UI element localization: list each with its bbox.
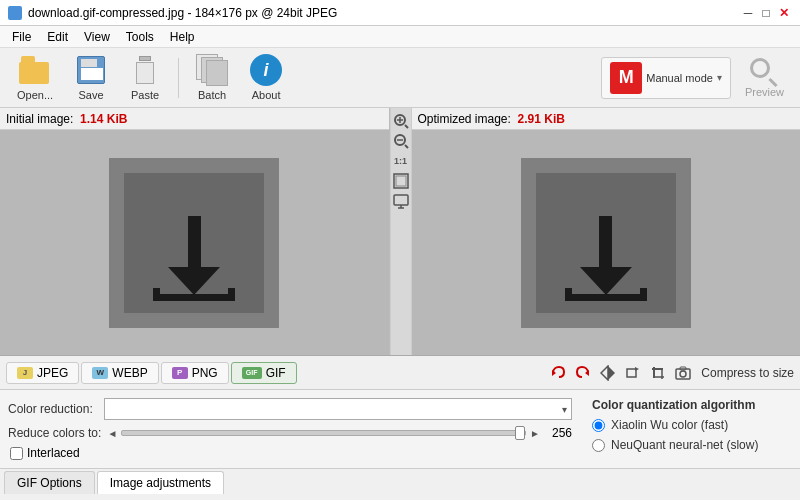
manual-m-icon: M	[610, 62, 642, 94]
zoom-in-button[interactable]	[392, 112, 410, 130]
xiaolin-wu-radio[interactable]	[592, 419, 605, 432]
arrow-shaft-2	[599, 216, 612, 268]
arrow-head-2	[580, 267, 632, 295]
svg-line-1	[405, 125, 408, 128]
xiaolin-wu-label[interactable]: Xiaolin Wu color (fast)	[611, 418, 728, 432]
svg-rect-8	[396, 176, 406, 186]
save-button[interactable]: Save	[66, 49, 116, 106]
quantization-section-title: Color quantization algorithm	[592, 398, 792, 412]
tab-jpeg[interactable]: J JPEG	[6, 362, 79, 384]
menu-tools[interactable]: Tools	[118, 28, 162, 46]
paste-label: Paste	[131, 89, 159, 101]
manual-mode-button[interactable]: M Manual mode ▾	[601, 57, 731, 99]
zoom-out-button[interactable]	[392, 132, 410, 150]
camera-button[interactable]	[672, 362, 694, 384]
zoom-toolbar: 1:1	[390, 108, 412, 355]
tab-png[interactable]: P PNG	[161, 362, 229, 384]
left-image	[109, 158, 279, 328]
svg-marker-17	[635, 367, 639, 371]
close-button[interactable]: ✕	[776, 5, 792, 21]
right-image-area	[412, 130, 801, 355]
tab-gif-options[interactable]: GIF Options	[4, 471, 95, 494]
svg-marker-15	[601, 366, 608, 380]
optimized-image-label: Optimized image:	[418, 112, 518, 126]
about-label: About	[252, 89, 281, 101]
initial-image-label: Initial image:	[6, 112, 80, 126]
save-icon	[75, 54, 107, 86]
reduce-colors-label: Reduce colors to:	[8, 426, 101, 440]
menu-file[interactable]: File	[4, 28, 39, 46]
arrow-head	[168, 267, 220, 295]
preview-button[interactable]: Preview	[737, 54, 792, 102]
zoom-actual-button[interactable]: 1:1	[392, 152, 410, 170]
rotate-button[interactable]	[622, 362, 644, 384]
tab-gif-label: GIF	[266, 366, 286, 380]
menu-edit[interactable]: Edit	[39, 28, 76, 46]
gif-icon: GIF	[242, 367, 262, 379]
tab-png-label: PNG	[192, 366, 218, 380]
image-panels: Initial image: 1.14 KiB	[0, 108, 800, 356]
color-reduction-dropdown[interactable]: ▾	[104, 398, 572, 420]
svg-marker-14	[608, 366, 615, 380]
open-label: Open...	[17, 89, 53, 101]
neuquant-label[interactable]: NeuQuant neural-net (slow)	[611, 438, 758, 452]
batch-label: Batch	[198, 89, 226, 101]
arrow-shaft	[188, 216, 201, 268]
slider-thumb[interactable]	[515, 426, 525, 440]
neuquant-radio[interactable]	[592, 439, 605, 452]
reduce-colors-row: Reduce colors to: ◄ ► 256	[8, 426, 572, 440]
right-image	[521, 158, 691, 328]
xiaolin-wu-row: Xiaolin Wu color (fast)	[592, 418, 792, 432]
bottom-tabs: GIF Options Image adjustments	[0, 468, 800, 496]
undo-button[interactable]	[547, 362, 569, 384]
preview-icon	[750, 58, 778, 86]
menu-bar: File Edit View Tools Help	[0, 26, 800, 48]
crop-button[interactable]	[647, 362, 669, 384]
menu-help[interactable]: Help	[162, 28, 203, 46]
maximize-button[interactable]: □	[758, 5, 774, 21]
interlaced-label[interactable]: Interlaced	[27, 446, 80, 460]
tab-image-adjustments[interactable]: Image adjustments	[97, 471, 224, 494]
title-bar: download.gif-compressed.jpg - 184×176 px…	[0, 0, 800, 26]
tab-webp-label: WEBP	[112, 366, 147, 380]
slider-left-arrow[interactable]: ◄	[107, 428, 117, 439]
color-reduction-label: Color reduction:	[8, 402, 98, 416]
toolbar-separator	[178, 58, 179, 98]
open-button[interactable]: Open...	[8, 49, 62, 106]
right-panel: Optimized image: 2.91 KiB	[412, 108, 801, 355]
open-icon	[19, 54, 51, 86]
batch-button[interactable]: Batch	[187, 49, 237, 106]
download-icon-container	[124, 173, 264, 313]
toolbar: Open... Save Paste Batch	[0, 48, 800, 108]
paste-button[interactable]: Paste	[120, 49, 170, 106]
menu-view[interactable]: View	[76, 28, 118, 46]
reduce-colors-slider-container: ◄ ► 256	[107, 426, 572, 440]
format-tabs-row: J JPEG W WEBP P PNG GIF GIF Compress t	[0, 356, 800, 390]
fit-window-button[interactable]	[392, 172, 410, 190]
optimized-image-size: 2.91 KiB	[518, 112, 565, 126]
svg-rect-9	[394, 195, 408, 205]
svg-rect-16	[627, 369, 636, 377]
download-icon-container-2	[536, 173, 676, 313]
slider-track[interactable]	[121, 430, 526, 436]
slider-right-arrow[interactable]: ►	[530, 428, 540, 439]
svg-line-5	[405, 145, 408, 148]
minimize-button[interactable]: ─	[740, 5, 756, 21]
manual-mode-dropdown-icon: ▾	[717, 72, 722, 83]
interlaced-checkbox[interactable]	[10, 447, 23, 460]
right-panel-header: Optimized image: 2.91 KiB	[412, 108, 801, 130]
redo-button[interactable]	[572, 362, 594, 384]
window-controls[interactable]: ─ □ ✕	[740, 5, 792, 21]
jpeg-icon: J	[17, 367, 33, 379]
about-icon: i	[250, 54, 282, 86]
zoom-monitor-button[interactable]	[392, 192, 410, 210]
compress-to-size-label[interactable]: Compress to size	[701, 366, 794, 380]
image-adjustments-tab-label: Image adjustments	[110, 476, 211, 490]
tab-jpeg-label: JPEG	[37, 366, 68, 380]
color-reduction-row: Color reduction: ▾	[8, 398, 572, 420]
flip-button[interactable]	[597, 362, 619, 384]
about-button[interactable]: i About	[241, 49, 291, 106]
tab-webp[interactable]: W WEBP	[81, 362, 158, 384]
svg-point-23	[680, 371, 686, 377]
tab-gif[interactable]: GIF GIF	[231, 362, 297, 384]
